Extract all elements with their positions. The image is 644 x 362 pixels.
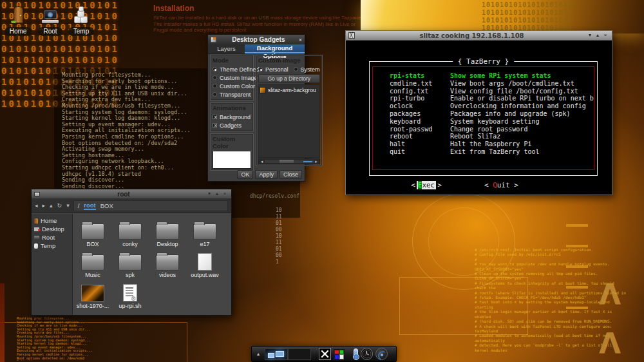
file-item[interactable]: Music — [74, 247, 111, 278]
quit-button[interactable]: < Quit > — [484, 181, 518, 189]
forward-icon[interactable]: ▸ — [43, 202, 46, 209]
file-item[interactable]: spk — [111, 247, 149, 278]
image-source-radio[interactable]: System — [294, 65, 320, 73]
menu-row: rpi-statsShow some RPi system stats — [390, 72, 594, 80]
tab-layers[interactable]: Layers — [208, 44, 245, 53]
mode-radio-option[interactable]: Theme Defined — [213, 65, 251, 73]
mode-header: Mode — [213, 57, 251, 64]
animations-group: Animations Background Gadgets — [210, 102, 254, 131]
sidebar-item[interactable]: Home — [32, 216, 72, 225]
custom-image-group: Custom Image Personal System Go up a Dir… — [256, 55, 323, 166]
file-item[interactable]: videos — [149, 247, 186, 278]
places-sidebar: Home Desktop Root Temp — [32, 214, 73, 315]
scroll-left-icon[interactable]: ◂ — [259, 159, 265, 164]
close-icon[interactable]: × — [221, 191, 229, 197]
wallpaper-dashes — [566, 224, 588, 327]
pager — [265, 348, 311, 360]
color-swatch[interactable] — [213, 151, 251, 169]
sidebar-item[interactable]: Root — [32, 233, 72, 242]
window-titlebar[interactable]: root ▾ ▴ × — [32, 189, 231, 198]
desktop-icon-label: Root — [38, 27, 62, 36]
animation-checkbox-option[interactable]: Background — [213, 113, 251, 121]
file-item[interactable]: conky — [111, 216, 149, 247]
mode-radio-option[interactable]: Custom Image — [213, 73, 251, 82]
window-titlebar[interactable]: slitaz cooking 192.168.1.108 ▾ ▴ × — [346, 31, 612, 41]
menu-row: haltHalt the Raspberry Pi — [390, 140, 594, 148]
checkbox-icon — [213, 115, 217, 119]
scroll-right-icon[interactable]: ▸ — [314, 159, 319, 164]
shade-icon[interactable]: ▾ — [205, 191, 213, 197]
checkbox-icon — [213, 123, 217, 128]
pager-desktop-1[interactable] — [265, 348, 288, 360]
mode-radio-option[interactable]: Transparent — [213, 90, 251, 99]
maximize-icon[interactable]: ▴ — [213, 191, 221, 197]
back-icon[interactable]: ◂ — [35, 202, 38, 209]
file-item[interactable]: shot-1970-... — [74, 278, 111, 309]
exec-button[interactable]: <Exec> — [411, 181, 442, 189]
go-up-directory-button[interactable]: Go up a Directory — [258, 74, 320, 83]
file-item[interactable]: Desktop — [149, 216, 186, 247]
scrollbar-handle[interactable] — [279, 160, 294, 163]
mixer-icon[interactable] — [375, 348, 388, 360]
desktop-gadgets-window: Desktop Gadgets × Layers Background Opti… — [207, 34, 305, 182]
close-icon[interactable]: × — [299, 37, 302, 43]
breadcrumb-segment[interactable]: BOX — [100, 202, 113, 209]
desktop-icon-temp[interactable]: Temp — [64, 4, 98, 36]
reload-icon[interactable]: ↻ — [57, 202, 62, 209]
xterm-icon[interactable] — [319, 348, 331, 360]
taskbar: ▴ — [251, 346, 397, 362]
file-icon — [118, 254, 142, 271]
file-icon — [81, 285, 104, 301]
file-item[interactable]: BOX — [74, 216, 111, 247]
desktop-icon-home[interactable]: Home — [1, 4, 35, 36]
temperature-icon[interactable] — [352, 348, 358, 360]
shade-icon[interactable]: ▾ — [586, 32, 594, 39]
animations-header: Animations — [213, 104, 251, 111]
desktop: 0101010101010101101010101010101001010101… — [0, 0, 644, 362]
mode-radio-option[interactable]: Custom Color — [213, 82, 251, 90]
gadgets-app-icon — [211, 37, 216, 43]
file-item[interactable]: up-rpi.sh — [111, 278, 149, 309]
menu-row: cmdline.txtView boot args /boot/cmdline.… — [390, 80, 594, 88]
maximize-icon[interactable]: ▴ — [594, 32, 601, 39]
wallpaper-webpage-text: Installation SliTaz can be installed to … — [153, 4, 366, 39]
menu-row: root-passwdChange root password — [390, 126, 594, 133]
file-manager-window: root ▾ ▴ × ◂ ▸ ▴ ↻ ▾ /rootBOX Home Deskt… — [31, 189, 232, 316]
sidebar-item[interactable]: Temp — [32, 242, 72, 250]
colors-icon[interactable] — [334, 349, 345, 360]
tab-background-options[interactable]: Background Options — [245, 44, 305, 53]
window-titlebar[interactable]: Desktop Gadgets × — [208, 35, 305, 44]
close-button[interactable]: Close — [279, 170, 302, 179]
breadcrumb-segment[interactable]: / — [78, 202, 80, 209]
radio-icon — [213, 84, 217, 88]
radio-icon — [258, 67, 263, 71]
breadcrumb: /rootBOX — [73, 200, 228, 211]
background-file-item[interactable]: slitaz-arm-backgrou — [260, 86, 319, 94]
animation-checkbox-option[interactable]: Gadgets — [213, 121, 251, 129]
menu-row: packagesPackages info and upgrade (spk) — [390, 110, 594, 118]
clock-icon[interactable] — [361, 348, 373, 360]
desktop-icon-label: Temp — [68, 27, 94, 36]
breadcrumb-segment[interactable]: root — [84, 202, 95, 210]
image-source-radio[interactable]: Personal — [258, 65, 289, 73]
wallpaper-binary-topright: 1010101010101010101010101010101010101010… — [482, 1, 643, 33]
file-grid: BOX conky Desktop e17 Music spk — [73, 214, 231, 315]
image-thumbnail-icon — [260, 87, 266, 93]
sidebar-item[interactable]: Desktop — [32, 225, 72, 233]
apply-button[interactable]: Apply — [255, 170, 278, 179]
file-item[interactable]: e17 — [186, 216, 223, 247]
close-icon[interactable]: × — [601, 32, 609, 39]
pager-desktop-2[interactable] — [288, 348, 311, 360]
tab-bar: Layers Background Options — [208, 44, 305, 54]
up-icon[interactable]: ▴ — [50, 202, 53, 209]
horizontal-scrollbar[interactable]: ◂ ▸ — [258, 158, 320, 164]
ok-button[interactable]: OK — [237, 170, 253, 179]
terminal-app-icon — [348, 32, 355, 39]
custom-color-group: Custom Color — [210, 133, 254, 171]
file-manager-toolbar: ◂ ▸ ▴ ↻ ▾ /rootBOX — [32, 198, 231, 213]
file-icon — [156, 254, 179, 271]
desktop-icon-root[interactable]: Root — [33, 4, 67, 36]
shelf-arrow-icon[interactable]: ▴ — [254, 351, 262, 357]
menu-dropdown-icon[interactable]: ▾ — [66, 202, 70, 209]
file-item[interactable]: output.wav — [186, 247, 223, 278]
